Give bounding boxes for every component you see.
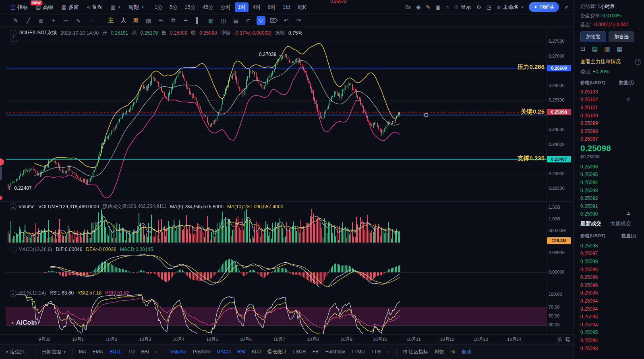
axis-chip[interactable]: 爆 <box>565 336 570 343</box>
order-row[interactable]: 0.25093 <box>574 187 644 195</box>
list-icon[interactable]: ≡ <box>446 4 449 10</box>
trade-row[interactable]: 0.25095 <box>574 329 644 337</box>
collapse-main-icon[interactable]: ⌄ <box>10 30 17 37</box>
order-row[interactable]: 0.25101 <box>574 104 644 112</box>
timeframe-15分[interactable]: 15分 <box>182 2 198 12</box>
trade-row[interactable]: 0.25096 <box>574 266 644 274</box>
chart-annotate-icon[interactable]: ▥ <box>205 17 217 24</box>
crosshair-icon[interactable]: + <box>47 17 60 24</box>
chart-option-0[interactable]: ⊞社区指标 <box>403 349 428 355</box>
add-watchlist-button[interactable]: 加自选 <box>609 31 634 42</box>
layout-icon[interactable]: ⊟ <box>580 45 586 52</box>
ai-analysis-button[interactable]: ✦ AI解读 <box>529 2 559 12</box>
tab-latest-trades[interactable]: 最新成交 <box>580 220 601 226</box>
pencil-icon[interactable]: ✎ <box>10 17 22 24</box>
menu-replay[interactable]: « 复盘 <box>87 4 102 11</box>
trendline-icon[interactable]: ╱ <box>22 17 35 24</box>
depth-icon[interactable]: ▥ <box>604 45 610 52</box>
key-level-label[interactable]: 关键0.25 <box>521 108 545 116</box>
timeframe-1日[interactable]: 1日 <box>280 2 294 12</box>
more-tools-icon[interactable]: ⋯ <box>85 17 97 24</box>
large-view-button[interactable]: 大 <box>117 17 130 24</box>
help-icon[interactable]: ? <box>635 59 641 65</box>
display-settings[interactable]: ☉ 显示 <box>454 4 471 11</box>
add-alert-button[interactable]: 加预警 <box>580 31 606 42</box>
collapse-drawing-icon[interactable]: ⌄ <box>10 37 17 44</box>
timeframe-分时[interactable]: 分时 <box>217 2 234 12</box>
order-row[interactable]: 0.25103 <box>574 88 644 96</box>
trade-row[interactable]: 0.25094 <box>574 313 644 321</box>
menu-multi-window[interactable]: ▦ 多窗 <box>62 4 79 11</box>
chart-option-2[interactable]: % <box>451 349 455 355</box>
trade-row[interactable]: 0.25096 <box>574 281 644 289</box>
timeframe-1分[interactable]: 1分 <box>151 2 165 12</box>
order-row[interactable]: 0.25100 <box>574 112 644 120</box>
order-row[interactable]: 0.25092 <box>574 194 644 202</box>
order-row[interactable]: 0.25099 <box>574 119 644 127</box>
order-row[interactable]: 0.25094 <box>574 178 644 187</box>
order-row[interactable]: 0.251024 <box>574 96 644 104</box>
wave-icon[interactable]: ∿ <box>72 17 85 24</box>
indicator-爆仓统计[interactable]: 爆仓统计 <box>267 349 287 355</box>
overlay-ma[interactable]: MA <box>79 349 86 355</box>
overlay-boll[interactable]: BOLL <box>110 349 122 355</box>
menu-chip-distribution[interactable]: ▥ ▾ <box>110 4 120 10</box>
pen-icon[interactable]: ✒ <box>180 17 192 24</box>
template-icon[interactable]: ▧ <box>142 17 155 24</box>
price-chart-canvas[interactable] <box>0 27 574 335</box>
locate-button[interactable]: ⌖定位到... <box>6 349 29 355</box>
orderbook-hint[interactable]: 查看主力挂单情况 <box>580 58 621 65</box>
tab-large-trades[interactable]: 大额成交 <box>610 220 631 226</box>
rectangle-icon[interactable]: ▭ <box>60 17 72 24</box>
axis-chip[interactable]: 筹 <box>557 336 562 343</box>
timeframe-5分[interactable]: 5分 <box>167 2 180 12</box>
indicator-macd[interactable]: MACD <box>217 349 231 355</box>
overlay-more-arrow[interactable]: › <box>155 349 157 355</box>
support-label[interactable]: 支撑0.235 <box>517 155 545 162</box>
trade-row[interactable]: 0.25093 <box>574 344 644 353</box>
fullscreen-icon[interactable]: ◳ <box>487 4 491 10</box>
share-icon[interactable]: ⇗ <box>564 4 569 10</box>
trade-row[interactable]: 0.25098 <box>574 257 644 266</box>
paperclip-icon[interactable]: ⊂ <box>242 17 255 24</box>
order-row[interactable]: 0.25097 <box>574 135 644 143</box>
indicator-position[interactable]: Position <box>193 349 210 355</box>
trade-row[interactable]: 0.25097 <box>574 250 644 258</box>
overlay-bbi[interactable]: BBI <box>141 349 149 355</box>
chart-option-3[interactable]: 自动 <box>461 349 471 355</box>
indicator-ttsi[interactable]: TTSI <box>371 349 382 355</box>
timeframe-1时[interactable]: 1时 <box>235 2 248 12</box>
redo-icon[interactable]: ↷ <box>292 17 305 24</box>
indicator-ttmu[interactable]: TTMU <box>351 349 364 355</box>
panel-layout-icon[interactable]: ▣ <box>435 4 440 10</box>
indicator-kdj[interactable]: KDJ <box>252 349 261 355</box>
order-row[interactable]: 0.25091 <box>574 202 644 210</box>
order-row[interactable]: 0.25098 <box>574 127 644 135</box>
draw-pen-icon[interactable]: ✎ <box>426 4 430 10</box>
trade-row[interactable]: 0.25094 <box>574 305 644 313</box>
timeframe-8时[interactable]: 8时 <box>265 2 278 12</box>
timeframe-周K[interactable]: 周K <box>295 2 309 12</box>
resistance-label[interactable]: 压力0.266 <box>517 63 545 71</box>
date-range-button[interactable]: 日期范围▾ <box>42 349 66 355</box>
undo-icon[interactable]: ↶ <box>280 17 292 24</box>
collapse-macd-icon[interactable]: ⌄ <box>10 247 17 253</box>
refresh-duration[interactable]: 0s <box>405 4 411 10</box>
gear-icon[interactable]: ⚙ <box>476 4 481 10</box>
trade-row[interactable]: 0.25094 <box>574 336 644 344</box>
camera-icon[interactable]: ◉ <box>416 4 420 10</box>
orderbook-icon[interactable]: ▤ <box>592 45 598 52</box>
indicator-volume[interactable]: Volume <box>170 349 186 355</box>
order-row[interactable]: 0.25095 <box>574 171 644 179</box>
timeframe-45分[interactable]: 45分 <box>199 2 216 12</box>
order-row[interactable]: 0.25096 <box>574 163 644 171</box>
layout-profile[interactable]: ⊘ 未命名 ▾ <box>497 4 524 11</box>
chip-distribution-button[interactable]: 筹 <box>130 17 142 24</box>
trade-row[interactable]: 0.25098 <box>574 242 644 250</box>
fib-lines-icon[interactable]: ≣ <box>35 17 47 24</box>
trade-row[interactable]: 0.25094 <box>574 321 644 329</box>
overlay-ema[interactable]: EMA <box>93 349 103 355</box>
timeframe-4时[interactable]: 4时 <box>250 2 263 12</box>
menu-period[interactable]: 周期 ▾ <box>128 4 143 11</box>
collapse-rsi-icon[interactable]: ⌄ <box>10 290 17 297</box>
